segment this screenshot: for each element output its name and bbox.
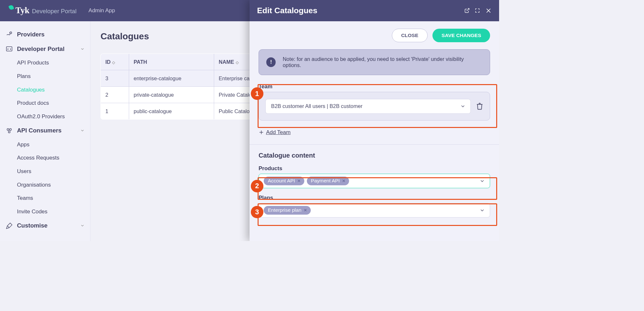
step-marker-2: 2	[251, 180, 263, 192]
remove-chip-icon[interactable]: ×	[304, 207, 307, 213]
close-button[interactable]: CLOSE	[392, 29, 428, 42]
sidebar-item-oauth-providers[interactable]: OAuth2.0 Providers	[0, 110, 90, 123]
sort-icon: ◇	[236, 60, 239, 65]
chevron-down-icon	[80, 47, 85, 51]
sidebar-item-users[interactable]: Users	[0, 165, 90, 178]
catalogue-content-heading: Catalogue content	[259, 152, 490, 159]
sidebar-item-teams[interactable]: Teams	[0, 191, 90, 205]
sidebar-group-api-consumers[interactable]: API Consumers	[0, 123, 90, 138]
team-selected-value: B2B customer All users | B2B customer	[271, 103, 363, 109]
delete-team-icon[interactable]	[476, 102, 483, 110]
cell-id: 1	[101, 103, 129, 120]
plans-label: Plans	[259, 195, 490, 201]
team-label: Team	[259, 83, 490, 90]
plans-multiselect[interactable]: Enterprise plan ×	[259, 203, 490, 218]
expand-icon[interactable]	[475, 8, 480, 13]
add-team-label: Add Team	[266, 129, 290, 136]
sidebar-group-label: Customise	[17, 222, 48, 229]
sidebar-group-label: API Consumers	[17, 127, 62, 134]
step-marker-3: 3	[251, 206, 263, 219]
sidebar-item-product-docs[interactable]: Product docs	[0, 96, 90, 110]
chip-label: Enterprise plan	[268, 207, 301, 213]
plans-field: Plans Enterprise plan ×	[259, 195, 490, 218]
sidebar-item-organisations[interactable]: Organisations	[0, 178, 90, 192]
sidebar: Providers Developer Portal API Products …	[0, 21, 90, 241]
sidebar-item-invite-codes[interactable]: Invite Codes	[0, 205, 90, 219]
team-card: B2B customer All users | B2B customer	[259, 92, 490, 121]
svg-rect-4	[6, 47, 12, 51]
cell-id: 2	[101, 87, 129, 103]
open-new-icon[interactable]	[464, 8, 470, 13]
panel-body: CLOSE SAVE CHANGES ! Note: for an audien…	[250, 21, 499, 241]
sidebar-item-catalogues[interactable]: Catalogues	[0, 83, 90, 97]
cell-path: private-catalogue	[129, 87, 214, 103]
panel-actions: CLOSE SAVE CHANGES	[259, 29, 490, 42]
sidebar-item-access-requests[interactable]: Access Requests	[0, 151, 90, 165]
products-field: Products Account API × Payment API ×	[259, 165, 490, 188]
audience-note: ! Note: for an audience to be applied, y…	[259, 49, 490, 75]
add-team-button[interactable]: Add Team	[259, 129, 291, 136]
brand-portal: Developer Portal	[32, 8, 76, 15]
admin-app-label: Admin App	[89, 7, 115, 14]
note-text: Note: for an audience to be applied, you…	[283, 56, 482, 68]
product-chip: Account API ×	[264, 177, 304, 185]
brush-icon	[5, 222, 13, 229]
divider	[250, 144, 499, 145]
chevron-down-icon	[80, 128, 85, 133]
brand-logo[interactable]: Tyk Developer Portal	[9, 6, 77, 15]
cell-id: 3	[101, 70, 129, 87]
products-label: Products	[259, 165, 490, 172]
panel-title: Edit Catalogues	[257, 6, 317, 15]
sort-icon: ◇	[112, 60, 115, 65]
plus-icon	[259, 130, 264, 135]
sidebar-item-api-products[interactable]: API Products	[0, 56, 90, 70]
info-icon: !	[266, 57, 276, 67]
chevron-down-icon	[80, 223, 85, 228]
sidebar-group-label: Providers	[17, 31, 45, 38]
consumers-icon	[5, 127, 13, 134]
panel-header: Edit Catalogues	[250, 0, 499, 21]
svg-point-3	[10, 32, 12, 34]
sidebar-group-label: Developer Portal	[17, 45, 65, 53]
chevron-down-icon	[460, 103, 466, 109]
sidebar-item-apps[interactable]: Apps	[0, 138, 90, 151]
step-marker-1: 1	[251, 87, 263, 100]
chevron-down-icon	[479, 208, 485, 213]
col-path[interactable]: PATH	[129, 54, 214, 70]
chevron-down-icon	[479, 178, 485, 184]
remove-chip-icon[interactable]: ×	[298, 178, 300, 184]
svg-point-5	[7, 128, 9, 130]
leaf-icon	[8, 5, 14, 10]
edit-catalogue-panel: Edit Catalogues CLOSE SAVE CHANGES ! Not…	[250, 0, 499, 241]
providers-icon	[5, 31, 13, 38]
sidebar-group-customise[interactable]: Customise	[0, 219, 90, 233]
plan-chip: Enterprise plan ×	[264, 206, 311, 215]
products-multiselect[interactable]: Account API × Payment API ×	[259, 174, 490, 188]
sidebar-group-dev-portal[interactable]: Developer Portal	[0, 42, 90, 56]
svg-point-7	[8, 131, 10, 133]
remove-chip-icon[interactable]: ×	[342, 178, 345, 184]
cell-path: public-catalogue	[129, 103, 214, 120]
svg-point-6	[10, 128, 12, 130]
brand-name: Tyk	[15, 6, 29, 15]
chip-label: Account API	[268, 178, 295, 184]
team-select[interactable]: B2B customer All users | B2B customer	[265, 99, 471, 114]
col-id[interactable]: ID◇	[101, 54, 129, 70]
sidebar-item-plans[interactable]: Plans	[0, 70, 90, 83]
cell-path: enterprise-catalogue	[129, 70, 214, 87]
product-chip: Payment API ×	[307, 177, 349, 185]
code-window-icon	[5, 45, 13, 53]
svg-line-8	[467, 9, 469, 11]
close-icon[interactable]	[485, 7, 492, 14]
chip-label: Payment API	[311, 178, 340, 184]
save-button[interactable]: SAVE CHANGES	[432, 29, 490, 42]
sidebar-group-providers[interactable]: Providers	[0, 27, 90, 42]
